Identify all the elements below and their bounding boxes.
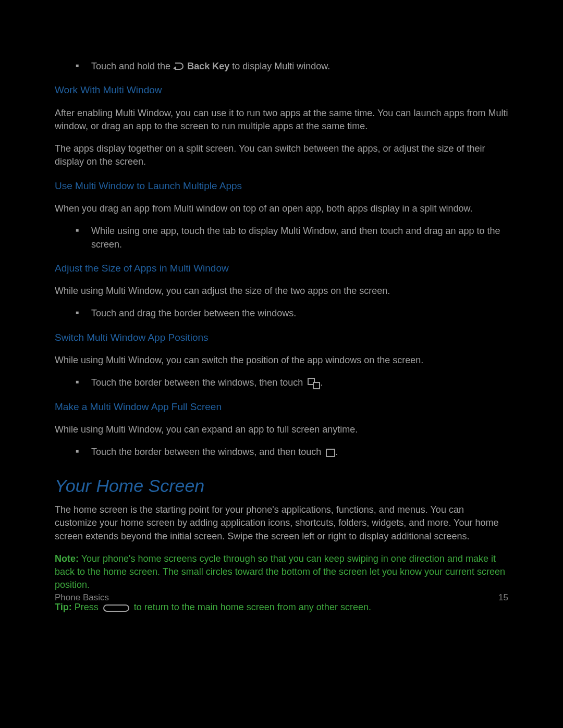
paragraph: The home screen is the starting point fo… [55, 503, 508, 543]
text-bold: Back Key [187, 61, 229, 71]
fullscreen-icon [326, 449, 335, 457]
text-segment: While using one app, touch the tab to di… [91, 226, 500, 249]
text-segment: to display Multi window. [232, 61, 330, 71]
home-button-icon [103, 604, 129, 612]
back-key-icon [173, 63, 185, 71]
heading-your-home-screen: Your Home Screen [55, 474, 508, 499]
text-segment: Touch and hold the [91, 61, 173, 71]
footer-section-name: Phone Basics [55, 591, 109, 604]
text-segment: Touch the border between the windows, th… [91, 377, 305, 388]
heading-launch-multiple-apps: Use Multi Window to Launch Multiple Apps [55, 179, 508, 193]
footer-page-number: 15 [498, 591, 508, 604]
note-paragraph: Note: Your phone's home screens cycle th… [55, 552, 508, 592]
paragraph: While using Multi Window, you can expand… [55, 423, 508, 436]
bullet-item: Touch the border between the windows, th… [55, 376, 508, 389]
page-footer: Phone Basics 15 [55, 591, 508, 604]
paragraph: While using Multi Window, you can switch… [55, 354, 508, 367]
text-segment: Touch and drag the border between the wi… [91, 308, 296, 318]
paragraph: The apps display together on a split scr… [55, 142, 508, 168]
bullet-item: Touch the border between the windows, an… [55, 446, 508, 459]
paragraph: When you drag an app from Multi window o… [55, 202, 508, 215]
heading-adjust-size: Adjust the Size of Apps in Multi Window [55, 262, 508, 276]
heading-work-multi-window: Work With Multi Window [55, 83, 508, 97]
heading-switch-positions: Switch Multi Window App Positions [55, 331, 508, 345]
bullet-item: While using one app, touch the tab to di… [55, 225, 508, 251]
paragraph: After enabling Multi Window, you can use… [55, 107, 508, 133]
note-body: Your phone's home screens cycle through … [55, 553, 505, 590]
bullet-item: Touch and drag the border between the wi… [55, 307, 508, 320]
text-segment: Touch the border between the windows, an… [91, 447, 324, 457]
switch-windows-icon [308, 378, 320, 389]
note-label: Note: [55, 553, 79, 564]
paragraph: While using Multi Window, you can adjust… [55, 285, 508, 298]
heading-full-screen: Make a Multi Window App Full Screen [55, 400, 508, 414]
bullet-touch-back-key: Touch and hold the Back Key to display M… [55, 60, 508, 73]
